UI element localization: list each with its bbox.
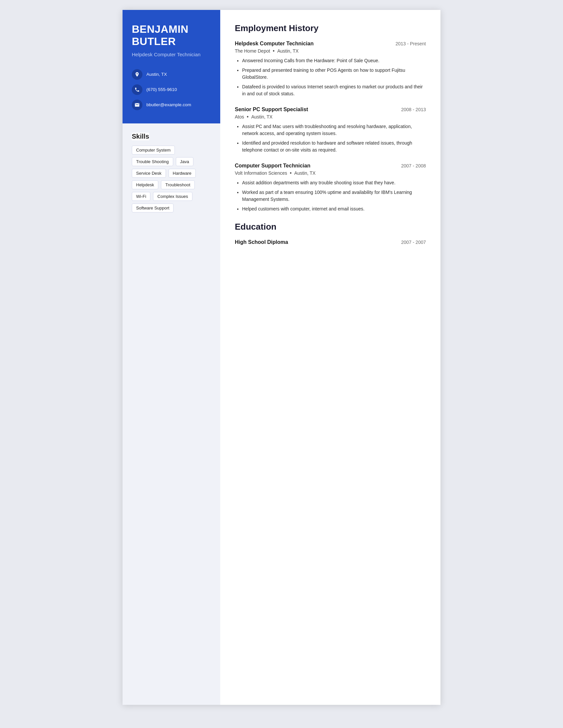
list-item: Answered Incoming Calls from the Hardwar… [242, 57, 426, 64]
skills-heading: Skills [132, 133, 149, 140]
skills-tags: Computer SystemTrouble ShootingJavaServi… [132, 146, 211, 212]
employment-section: Employment History Helpdesk Computer Tec… [235, 23, 426, 212]
list-item: Worked as part of a team ensuring 100% u… [242, 189, 426, 203]
skill-tag: Hardware [168, 169, 196, 178]
education-block: High School Diploma2007 - 2007 [235, 239, 426, 245]
phone-text: (670) 555-9610 [146, 87, 177, 92]
location-text: Austin, TX [146, 72, 167, 77]
company-location: Austin, TX [277, 48, 299, 54]
job-title: Computer Support Technician [235, 163, 310, 169]
skill-tag: Complex Issues [153, 192, 192, 201]
resume-container: BENJAMIN BUTLER Helpdesk Computer Techni… [122, 10, 441, 705]
list-item: Assist addition departments with any tro… [242, 179, 426, 186]
list-item: Identified and provided resolution to ha… [242, 140, 426, 154]
dot-separator: • [273, 48, 275, 54]
contact-email: bbutler@example.com [132, 100, 211, 110]
company-name: Volt Information Sciences [235, 170, 287, 176]
email-text: bbutler@example.com [146, 102, 191, 107]
company-location: Austin, TX [251, 114, 272, 119]
phone-icon [132, 84, 142, 95]
contact-phone: (670) 555-9610 [132, 84, 211, 95]
job-title: Senior PC Support Specialist [235, 107, 308, 113]
job-header: Computer Support Technician2007 - 2008 [235, 163, 426, 169]
job-header: Helpdesk Computer Technician2013 - Prese… [235, 41, 426, 47]
sidebar: BENJAMIN BUTLER Helpdesk Computer Techni… [122, 10, 220, 705]
list-item: Datafeed is provided to various Internet… [242, 83, 426, 97]
job-bullets: Assist addition departments with any tro… [235, 179, 426, 212]
job-dates: 2007 - 2008 [401, 163, 426, 168]
skill-tag: Trouble Shooting [132, 157, 173, 166]
candidate-title: Helpdesk Computer Technician [132, 51, 211, 58]
dot-separator: • [247, 114, 249, 120]
job-header: Senior PC Support Specialist2008 - 2013 [235, 107, 426, 113]
skill-tag: Java [176, 157, 193, 166]
company-name: Atos [235, 114, 244, 119]
education-container: High School Diploma2007 - 2007 [235, 239, 426, 245]
skill-tag: Helpdesk [132, 180, 158, 189]
list-item: Helped customers with computer, internet… [242, 205, 426, 212]
job-block: Senior PC Support Specialist2008 - 2013A… [235, 107, 426, 154]
skill-tag: Wi-Fi [132, 192, 150, 201]
jobs-container: Helpdesk Computer Technician2013 - Prese… [235, 41, 426, 212]
skills-section: Skills Computer SystemTrouble ShootingJa… [122, 123, 220, 705]
job-block: Computer Support Technician2007 - 2008Vo… [235, 163, 426, 212]
education-heading: Education [235, 222, 426, 232]
company-name: The Home Depot [235, 48, 270, 54]
dot-separator: • [290, 170, 292, 176]
degree-title: High School Diploma [235, 239, 288, 245]
list-item: Assist PC and Mac users with troubleshoo… [242, 123, 426, 137]
job-company: Atos•Austin, TX [235, 114, 426, 120]
main-content: Employment History Helpdesk Computer Tec… [220, 10, 441, 705]
list-item: Prepared and presented training to other… [242, 67, 426, 81]
skill-tag: Troubleshoot [161, 180, 194, 189]
job-company: The Home Depot•Austin, TX [235, 48, 426, 54]
job-company: Volt Information Sciences•Austin, TX [235, 170, 426, 176]
job-block: Helpdesk Computer Technician2013 - Prese… [235, 41, 426, 97]
job-title: Helpdesk Computer Technician [235, 41, 314, 47]
contact-section: Austin, TX (670) 555-9610 bbutler@exampl… [132, 69, 211, 110]
contact-location: Austin, TX [132, 69, 211, 80]
skill-tag: Computer System [132, 146, 175, 155]
company-location: Austin, TX [295, 170, 316, 176]
skill-tag: Service Desk [132, 169, 166, 178]
job-bullets: Assist PC and Mac users with troubleshoo… [235, 123, 426, 154]
job-bullets: Answered Incoming Calls from the Hardwar… [235, 57, 426, 97]
email-icon [132, 100, 142, 110]
job-dates: 2013 - Present [396, 41, 426, 46]
edu-dates: 2007 - 2007 [401, 240, 426, 245]
education-section: Education High School Diploma2007 - 2007 [235, 222, 426, 245]
location-icon [132, 69, 142, 80]
job-dates: 2008 - 2013 [401, 107, 426, 112]
skill-tag: Software Support [132, 204, 173, 212]
candidate-name: BENJAMIN BUTLER [132, 23, 211, 48]
employment-heading: Employment History [235, 23, 426, 33]
